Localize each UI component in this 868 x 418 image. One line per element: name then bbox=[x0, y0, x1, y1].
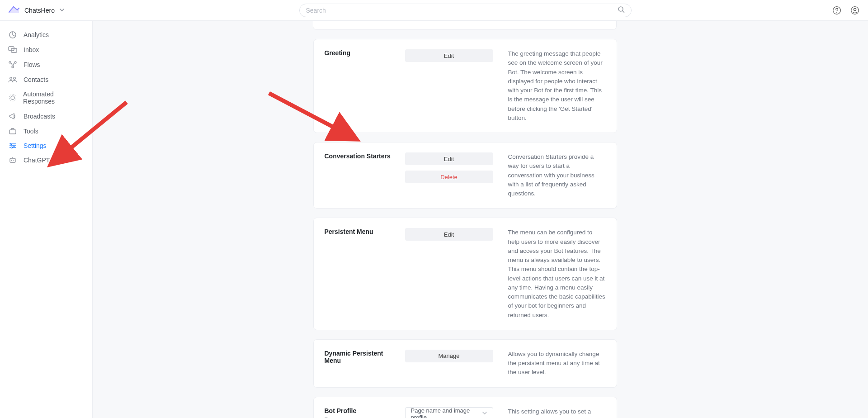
svg-point-15 bbox=[9, 95, 16, 101]
settings-icon bbox=[8, 142, 17, 149]
svg-point-22 bbox=[11, 147, 12, 148]
svg-point-20 bbox=[10, 143, 12, 144]
svg-rect-16 bbox=[9, 130, 16, 134]
edit-button[interactable]: Edit bbox=[405, 152, 493, 165]
sidebar-item-label: Inbox bbox=[24, 46, 39, 53]
sidebar-item-broadcasts[interactable]: Broadcasts bbox=[0, 109, 92, 124]
sidebar-item-inbox[interactable]: Inbox bbox=[0, 43, 92, 57]
sidebar-item-label: Tools bbox=[24, 128, 38, 135]
sidebar-item-automated-responses[interactable]: Automated Responses bbox=[0, 87, 92, 109]
svg-line-1 bbox=[623, 11, 624, 13]
contacts-icon bbox=[8, 76, 17, 83]
card-fragment-top bbox=[313, 21, 617, 30]
search-input[interactable] bbox=[306, 7, 618, 14]
svg-point-21 bbox=[13, 145, 14, 146]
svg-point-13 bbox=[14, 77, 16, 80]
tools-icon bbox=[8, 128, 17, 135]
section-description: Conversation Starters provide a way for … bbox=[508, 152, 606, 198]
section-description: Allows you to dynamically change the per… bbox=[508, 350, 606, 377]
svg-rect-23 bbox=[10, 158, 15, 162]
search-field[interactable] bbox=[299, 4, 632, 17]
profile-select[interactable]: Page name and image profile bbox=[405, 407, 493, 418]
brand-name: ChatsHero bbox=[24, 7, 55, 14]
main: Greeting Edit The greeting message that … bbox=[93, 21, 868, 418]
analytics-icon bbox=[8, 31, 17, 39]
section-description: The greeting message that people see on … bbox=[508, 49, 606, 123]
section-title: Bot Profile bbox=[325, 407, 397, 414]
section-subtitle: Personas bbox=[325, 416, 397, 418]
automated-icon bbox=[8, 94, 17, 102]
manage-button[interactable]: Manage bbox=[405, 350, 493, 362]
section-description: This setting allows you to set a differe… bbox=[508, 407, 606, 418]
brand-logo-icon bbox=[8, 6, 20, 15]
sidebar-item-label: Analytics bbox=[24, 31, 49, 38]
sidebar-item-label: Broadcasts bbox=[24, 113, 55, 120]
sidebar: Analytics Inbox Flows Contacts Automated bbox=[0, 21, 93, 418]
sidebar-item-label: Flows bbox=[24, 61, 40, 68]
sidebar-item-label: ChatGPT bbox=[24, 157, 50, 164]
chevron-down-icon bbox=[482, 410, 487, 417]
card-bot-profile: Bot Profile Personas Page name and image… bbox=[313, 397, 617, 418]
sidebar-item-label: Automated Responses bbox=[23, 90, 84, 105]
sidebar-item-flows[interactable]: Flows bbox=[0, 57, 92, 72]
account-icon[interactable] bbox=[850, 5, 860, 15]
svg-point-11 bbox=[12, 66, 14, 68]
svg-point-10 bbox=[14, 62, 16, 63]
select-value: Page name and image profile bbox=[411, 407, 482, 418]
sidebar-item-label: Contacts bbox=[24, 76, 48, 83]
sidebar-item-tools[interactable]: Tools bbox=[0, 124, 92, 138]
inbox-icon bbox=[8, 46, 17, 53]
svg-point-14 bbox=[11, 96, 14, 100]
section-title: Conversation Starters bbox=[325, 152, 397, 160]
edit-button[interactable]: Edit bbox=[405, 228, 493, 241]
sidebar-item-contacts[interactable]: Contacts bbox=[0, 72, 92, 87]
sidebar-item-analytics[interactable]: Analytics bbox=[0, 27, 92, 43]
svg-point-5 bbox=[854, 8, 856, 10]
broadcasts-icon bbox=[8, 112, 17, 120]
section-title: Persistent Menu bbox=[325, 228, 397, 235]
topbar: ChatsHero bbox=[0, 0, 868, 21]
card-persistent-menu: Persistent Menu Edit The menu can be con… bbox=[313, 218, 617, 330]
svg-point-9 bbox=[9, 62, 11, 63]
card-greeting: Greeting Edit The greeting message that … bbox=[313, 39, 617, 133]
card-conversation-starters: Conversation Starters Edit Delete Conver… bbox=[313, 142, 617, 209]
delete-button[interactable]: Delete bbox=[405, 171, 493, 183]
flows-icon bbox=[8, 61, 17, 69]
svg-point-12 bbox=[10, 77, 12, 80]
svg-point-3 bbox=[836, 12, 837, 13]
brand[interactable]: ChatsHero bbox=[8, 6, 99, 15]
help-icon[interactable] bbox=[832, 5, 842, 15]
chatgpt-icon bbox=[8, 157, 17, 164]
section-title: Dynamic Persistent Menu bbox=[325, 350, 397, 364]
section-title: Greeting bbox=[325, 49, 397, 57]
svg-point-25 bbox=[11, 160, 12, 161]
sidebar-item-chatgpt[interactable]: ChatGPT bbox=[0, 153, 92, 167]
card-dynamic-persistent-menu: Dynamic Persistent Menu Manage Allows yo… bbox=[313, 339, 617, 388]
search-icon bbox=[618, 6, 625, 14]
sidebar-item-label: Settings bbox=[24, 142, 47, 149]
sidebar-item-settings[interactable]: Settings bbox=[0, 138, 92, 153]
section-description: The menu can be configured to help users… bbox=[508, 228, 606, 320]
chevron-down-icon[interactable] bbox=[59, 7, 65, 14]
svg-point-26 bbox=[14, 160, 14, 161]
edit-button[interactable]: Edit bbox=[405, 49, 493, 62]
